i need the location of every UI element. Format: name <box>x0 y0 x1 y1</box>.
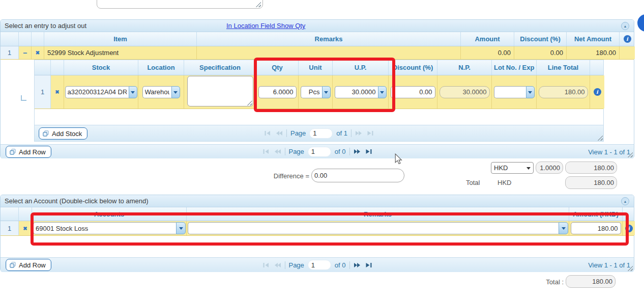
page-input[interactable] <box>309 128 333 139</box>
unit-price-dropdown-icon[interactable] <box>378 86 387 98</box>
resize-grip[interactable] <box>597 135 603 141</box>
stock-dropdown-icon[interactable] <box>129 86 137 98</box>
page-input[interactable] <box>308 260 331 270</box>
header-amount-hkd: Amount (HKD) <box>569 207 623 221</box>
header-rownum <box>1 32 19 46</box>
account-panel: Select an Account (Double-click below to… <box>0 195 634 272</box>
entry-grid-header: Item Remarks Amount Discount (%) Net Amo… <box>1 32 634 46</box>
stock-row[interactable]: 1 ✖ <box>35 75 603 109</box>
header-rownum <box>35 60 51 75</box>
pager-divider <box>349 148 350 155</box>
unit-price-input[interactable] <box>335 86 378 98</box>
account-dropdown-icon[interactable] <box>176 222 186 234</box>
net-price-input <box>440 86 490 98</box>
page-input[interactable] <box>308 147 331 157</box>
last-page-icon[interactable] <box>365 149 372 154</box>
account-panel-collapse-button[interactable]: ▲ <box>621 197 629 205</box>
amount-cell <box>569 221 623 235</box>
remarks-input[interactable] <box>188 222 559 234</box>
unit-cell <box>299 75 333 109</box>
currency-select[interactable]: HKD <box>491 162 534 174</box>
difference-input[interactable] <box>311 169 404 182</box>
view-range-label: View 1 - 1 of 1 <box>588 148 630 155</box>
floating-help-button[interactable] <box>637 14 644 32</box>
account-cell <box>32 221 187 235</box>
entry-panel: Select an entry to adjust out In Locatio… <box>0 19 634 158</box>
page-label: Page <box>290 129 306 137</box>
note-textarea[interactable] <box>97 0 263 9</box>
delete-row-icon[interactable]: ✖ <box>23 226 27 231</box>
discount-input[interactable] <box>391 86 435 98</box>
info-icon[interactable]: i <box>625 225 633 232</box>
entry-row[interactable]: 1 − ✖ 52999 Stock Adjustment 0.00 0.00 1… <box>1 46 634 60</box>
delete-row-icon[interactable]: ✖ <box>36 50 40 56</box>
next-page-icon[interactable] <box>355 130 363 136</box>
header-accounts: Accounts <box>32 207 187 221</box>
currency-value: HKD <box>494 164 508 172</box>
total-label: Total <box>466 179 480 186</box>
header-remarks: Remarks <box>197 32 461 46</box>
first-page-icon[interactable] <box>264 130 272 136</box>
last-page-icon[interactable] <box>365 262 372 268</box>
stock-subgrid: Stock Location Specification Qty Unit U.… <box>34 60 604 142</box>
header-specification: Specification <box>184 60 256 75</box>
location-dropdown-icon[interactable] <box>171 86 180 98</box>
stock-grid-header: Stock Location Specification Qty Unit U.… <box>35 60 603 75</box>
lot-no-cell <box>492 75 537 109</box>
unit-dropdown-icon[interactable] <box>322 86 331 98</box>
stock-pager: Page of 1 <box>264 128 374 139</box>
add-row-button[interactable]: Add Row <box>6 259 51 271</box>
next-page-icon[interactable] <box>354 149 361 154</box>
specification-textarea[interactable] <box>187 76 253 106</box>
of-label: of 1 <box>336 129 347 137</box>
info-icon[interactable]: i <box>594 88 601 96</box>
next-page-icon[interactable] <box>354 262 361 268</box>
location-cell <box>138 75 184 109</box>
prev-page-icon[interactable] <box>275 130 283 136</box>
lot-no-input[interactable] <box>494 86 526 98</box>
entry-panel-header: Select an entry to adjust out In Locatio… <box>1 20 634 32</box>
header-delete <box>32 32 44 46</box>
account-row[interactable]: 1 ✖ i <box>1 221 634 236</box>
difference-label: Difference = <box>254 172 309 180</box>
delete-row-icon[interactable]: ✖ <box>55 89 59 95</box>
remarks-cell <box>187 221 569 235</box>
info-icon[interactable]: i <box>624 35 631 43</box>
select-chevron-icon <box>526 167 531 172</box>
collapse-row-icon[interactable]: − <box>23 49 27 57</box>
row-number: 1 <box>35 75 51 109</box>
first-page-icon[interactable] <box>262 262 270 268</box>
pager-divider <box>284 261 285 269</box>
row-delete-cell: ✖ <box>51 75 64 109</box>
header-net-price: N.P. <box>437 60 492 75</box>
add-row-button[interactable]: Add Row <box>6 146 51 158</box>
remarks-dropdown-icon[interactable] <box>559 222 568 234</box>
specification-cell <box>184 75 256 109</box>
total-currency-label: HKD <box>497 179 511 186</box>
unit-input[interactable] <box>301 86 322 98</box>
last-page-icon[interactable] <box>366 130 374 136</box>
location-input[interactable] <box>142 86 171 98</box>
add-row-icon <box>10 262 16 268</box>
unit-combo <box>301 86 331 98</box>
amount-input[interactable] <box>571 222 621 234</box>
prev-page-icon[interactable] <box>273 262 281 268</box>
add-row-icon <box>10 149 16 155</box>
qty-cell <box>256 75 299 109</box>
add-stock-button[interactable]: Add Stock <box>39 127 87 140</box>
add-stock-icon <box>43 130 49 137</box>
first-page-icon[interactable] <box>262 149 270 154</box>
account-input[interactable] <box>33 222 176 234</box>
header-discount: Discount (%) <box>389 60 437 75</box>
header-unit-price: U.P. <box>333 60 389 75</box>
currency-amount-input <box>565 161 617 174</box>
account-pager: Page of 0 <box>262 260 372 270</box>
prev-page-icon[interactable] <box>273 149 281 154</box>
qty-input[interactable] <box>258 86 297 98</box>
in-location-field-show-qty-link[interactable]: In Location Field Show Qty <box>226 22 305 30</box>
entry-panel-collapse-button[interactable]: ▲ <box>621 22 629 30</box>
lot-no-dropdown-icon[interactable] <box>526 86 535 98</box>
stock-input[interactable] <box>65 86 129 98</box>
discount-cell <box>389 75 437 109</box>
entry-pager-bar: Add Row Page of 0 View 1 - 1 of 1 <box>1 144 634 158</box>
